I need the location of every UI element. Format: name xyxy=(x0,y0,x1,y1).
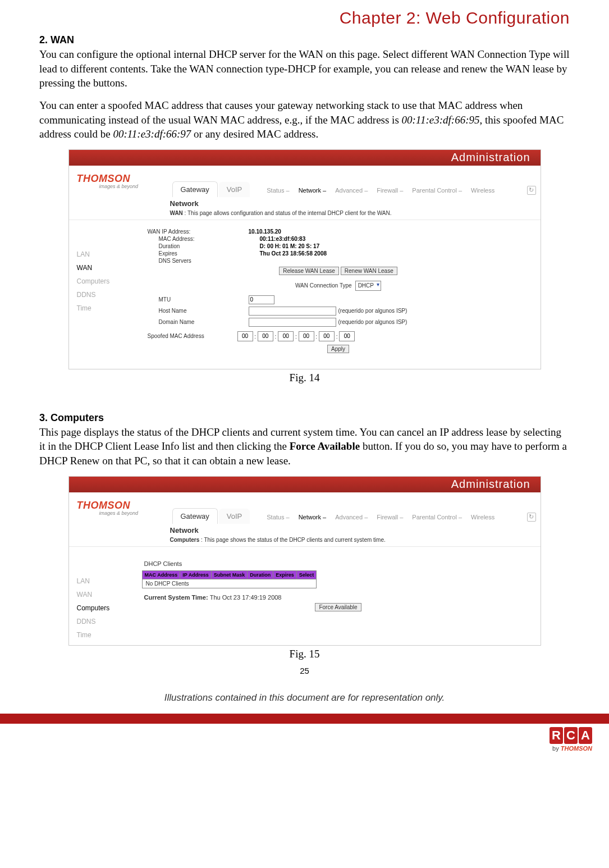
sidebar-2: LAN WAN Computers DDNS Time xyxy=(69,551,136,645)
admin-topbar-2: Administration xyxy=(69,477,541,492)
wan-paragraph-2: You can enter a spoofed MAC address that… xyxy=(39,98,570,141)
refresh-icon-2[interactable]: ↻ xyxy=(527,513,536,522)
screenshot-fig14: Administration THOMSON images & beyond G… xyxy=(68,149,541,369)
wan-mac-example-2: 00:11:e3:df:66:97 xyxy=(113,128,191,140)
curr-time-value: Thu Oct 23 17:49:19 2008 xyxy=(210,594,282,601)
th-mac: MAC Address xyxy=(142,570,180,579)
conn-type-label: WAN Connection Type xyxy=(295,282,352,289)
network-title-2: Network xyxy=(69,524,541,536)
spoof-mac-2[interactable] xyxy=(278,331,294,341)
wan-p2-c: or any desired MAC address. xyxy=(191,128,318,140)
renew-wan-lease-button[interactable]: Renew WAN Lease xyxy=(341,267,397,275)
tab-gateway[interactable]: Gateway xyxy=(172,181,218,197)
subnav-parental[interactable]: Parental Control – xyxy=(407,187,466,194)
subnav-parental-2[interactable]: Parental Control – xyxy=(407,514,466,520)
footer-note: Illustrations contained in this document… xyxy=(39,692,570,703)
logo-main: THOMSON xyxy=(77,173,172,185)
admin-label: Administration xyxy=(451,151,530,164)
host-name-input[interactable] xyxy=(249,307,336,316)
spoof-mac-1[interactable] xyxy=(258,331,273,341)
no-dhcp-clients: No DHCP Clients xyxy=(142,579,317,588)
main-tabs: Gateway VoIP xyxy=(172,181,251,197)
subnav-network-2[interactable]: Network – xyxy=(294,514,331,520)
tab-voip-2[interactable]: VoIP xyxy=(219,509,250,524)
sidebar-item-ddns[interactable]: DDNS xyxy=(77,291,136,299)
release-wan-lease-button[interactable]: Release WAN Lease xyxy=(279,267,338,275)
fig14-caption: Fig. 14 xyxy=(39,372,570,384)
sidebar-item-wan[interactable]: WAN xyxy=(77,264,136,272)
wan-desc-text: : This page allows configuration and sta… xyxy=(183,210,392,216)
wan-mac-example-1: 00:11:e3:df:66:95 xyxy=(402,114,480,126)
tab-gateway-2[interactable]: Gateway xyxy=(172,508,218,524)
sidebar-item-lan[interactable]: LAN xyxy=(77,250,136,258)
wan-ip-label: WAN IP Address: xyxy=(142,229,249,235)
domain-isp-note: (requerido por algunos ISP) xyxy=(336,319,407,325)
logo-sub-2: images & beyond xyxy=(77,510,172,516)
admin-label-2: Administration xyxy=(451,478,530,491)
subnav-wireless[interactable]: Wireless xyxy=(466,187,499,194)
duration-label: Duration xyxy=(142,243,260,249)
section-heading-wan: 2. WAN xyxy=(39,34,570,46)
refresh-icon[interactable]: ↻ xyxy=(527,186,536,195)
spoof-mac-label: Spoofed MAC Address xyxy=(142,333,237,339)
wan-main-panel: WAN IP Address:10.10.135.20 MAC Address:… xyxy=(136,225,541,369)
spoof-mac-5[interactable] xyxy=(339,331,355,341)
wan-desc-label: WAN xyxy=(170,210,183,216)
sidebar-item-computers[interactable]: Computers xyxy=(77,277,136,285)
subnav-network[interactable]: Network – xyxy=(294,187,331,194)
sidebar-item-lan-2[interactable]: LAN xyxy=(77,577,136,585)
sidebar-item-wan-2[interactable]: WAN xyxy=(77,591,136,599)
th-ip: IP Address xyxy=(180,570,212,579)
expires-value: Thu Oct 23 18:56:58 2008 xyxy=(260,250,535,257)
force-available-button[interactable]: Force Available xyxy=(315,603,361,611)
fig15-caption: Fig. 15 xyxy=(39,648,570,660)
comp-desc-label: Computers xyxy=(170,537,200,543)
logo-sub: images & beyond xyxy=(77,184,172,189)
spoof-mac-0[interactable] xyxy=(237,331,253,341)
page-number: 25 xyxy=(39,666,570,675)
subnav-firewall[interactable]: Firewall – xyxy=(372,187,407,194)
by-text: by xyxy=(552,745,561,752)
spoof-mac-3[interactable] xyxy=(299,331,314,341)
screenshot-fig15: Administration THOMSON images & beyond G… xyxy=(68,476,541,646)
mtu-input[interactable] xyxy=(249,295,274,304)
spoof-mac-4[interactable] xyxy=(319,331,335,341)
sidebar-item-ddns-2[interactable]: DDNS xyxy=(77,618,136,625)
chapter-title: Chapter 2: Web Configuration xyxy=(39,8,570,28)
mac-value: 00:11:e3:df:60:83 xyxy=(260,236,535,242)
section-heading-computers: 3. Computers xyxy=(39,412,570,424)
duration-value: D: 00 H: 01 M: 20 S: 17 xyxy=(260,243,535,249)
domain-name-input[interactable] xyxy=(249,318,336,327)
table-row-empty: No DHCP Clients xyxy=(142,579,317,588)
subnav-wireless-2[interactable]: Wireless xyxy=(466,514,499,520)
red-strip xyxy=(0,714,609,724)
dhcp-clients-title: DHCP Clients xyxy=(142,555,535,568)
th-duration: Duration xyxy=(248,570,273,579)
thomson-logo-2: THOMSON images & beyond xyxy=(69,492,172,524)
subnav-status-2[interactable]: Status – xyxy=(262,514,294,520)
expires-label: Expires xyxy=(142,250,260,257)
domain-name-label: Domain Name xyxy=(142,319,249,325)
apply-button[interactable]: Apply xyxy=(327,345,349,353)
dns-label: DNS Servers xyxy=(142,258,260,264)
wan-ip-value: 10.10.135.20 xyxy=(249,229,535,235)
sidebar-item-time[interactable]: Time xyxy=(77,304,136,312)
logo-main-2: THOMSON xyxy=(77,500,172,511)
sidebar-item-time-2[interactable]: Time xyxy=(77,631,136,639)
tab-voip[interactable]: VoIP xyxy=(219,182,250,197)
subnav-advanced-2[interactable]: Advanced – xyxy=(331,514,372,520)
comp-desc-text: : This page shows the status of the DHCP… xyxy=(199,537,385,543)
sidebar-item-computers-2[interactable]: Computers xyxy=(77,604,136,612)
mac-label: MAC Address: xyxy=(142,236,260,242)
rca-r: R xyxy=(550,727,563,744)
force-available-bold: Force Available xyxy=(290,440,360,452)
network-title: Network xyxy=(69,197,541,209)
curr-time-label: Current System Time: xyxy=(144,594,210,601)
computers-paragraph-1: This page displays the status of the DHC… xyxy=(39,425,570,468)
wan-page-desc: WAN : This page allows configuration and… xyxy=(69,209,541,220)
subnav-status[interactable]: Status – xyxy=(262,187,294,194)
subnav-advanced[interactable]: Advanced – xyxy=(331,187,372,194)
conn-type-select[interactable]: DHCP xyxy=(355,281,381,291)
rca-a: A xyxy=(579,727,592,744)
subnav-firewall-2[interactable]: Firewall – xyxy=(372,514,407,520)
